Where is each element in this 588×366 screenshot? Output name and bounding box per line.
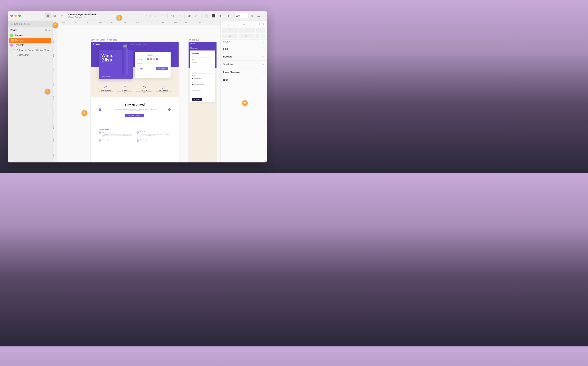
- distribute-icon[interactable]: ≡: [159, 13, 166, 19]
- avatar: [137, 139, 139, 142]
- add-to-cart-button: ADD TO CART: [156, 67, 168, 70]
- payment-section-title: Payment: [192, 86, 213, 88]
- align-center-h-icon[interactable]: ⫝: [226, 22, 230, 26]
- nav-item: Personalise: [129, 44, 134, 45]
- nav-item: Mission: [143, 44, 146, 45]
- toolbar: ＋⌄ Demo - Hydrate Website Cloud Document…: [58, 13, 264, 19]
- align-top-icon[interactable]: ⊤: [234, 22, 238, 26]
- checkout-field: 123 The Lane: [192, 61, 213, 64]
- style-section-fills[interactable]: Fills＋: [221, 45, 267, 53]
- explore-button: EXPLORE ALL FEATURES: [125, 114, 144, 117]
- colour-swatch: [150, 58, 152, 60]
- symbol-tool-icon[interactable]: ✧: [176, 13, 183, 19]
- delivery-label: Standard Delivery - 2 to 4 bus: [194, 82, 204, 84]
- page-label: Design: [15, 39, 23, 42]
- union-tool-icon[interactable]: ⬜: [203, 13, 210, 19]
- artboard-product-detail[interactable]: 1 Product Detail - Winter Bliss 💧Hydrate…: [91, 42, 179, 162]
- group-tool-icon[interactable]: ⧉: [169, 13, 176, 19]
- canvas[interactable]: 1 Product Detail - Winter Bliss 💧Hydrate…: [57, 25, 220, 162]
- intersect-tool-icon[interactable]: ◧: [218, 13, 224, 19]
- horizontal-ruler: -400-20002004006008001,0001,2001,4001,60…: [57, 21, 220, 25]
- search-placeholder: Search Layers: [14, 23, 30, 25]
- mask-tool-icon[interactable]: ◑: [186, 13, 193, 19]
- layer-item[interactable]: ›2 Checkout: [8, 53, 53, 57]
- checkout-field: Townsbridge: [192, 68, 213, 70]
- chevron-right-icon[interactable]: ›: [10, 49, 11, 51]
- add-style-icon[interactable]: ＋: [262, 78, 264, 82]
- w-field[interactable]: W: [222, 34, 237, 38]
- feature-icon: [162, 86, 165, 89]
- checkout-card: Billing address JohnSmith123 The LaneAdd…: [190, 51, 215, 102]
- review-body: I love both the look and the quality of …: [102, 134, 133, 137]
- checkout-field: Smith: [192, 58, 213, 61]
- align-bottom-icon[interactable]: ⊥: [242, 22, 246, 26]
- align-middle-icon[interactable]: ⫠: [238, 22, 242, 26]
- preview-icon[interactable]: ▷: [249, 13, 256, 19]
- page-item-symbols[interactable]: Symbols: [8, 43, 53, 47]
- chevron-right-icon[interactable]: ›: [10, 54, 11, 56]
- ruler-tick: 200: [99, 22, 102, 23]
- page-label: Preview: [15, 34, 23, 37]
- cloud-icon[interactable]: ☁⌄: [257, 13, 263, 19]
- y-field[interactable]: Y: [239, 28, 255, 32]
- style-section-shadows[interactable]: Shadows＋: [221, 61, 267, 69]
- style-section-label: Borders: [223, 55, 232, 58]
- colour-swatch: [156, 58, 158, 60]
- add-style-icon[interactable]: ＋: [262, 63, 264, 66]
- add-page-icon[interactable]: ⊕: [45, 29, 47, 31]
- search-icon: 🔍: [10, 23, 13, 25]
- rotation-field[interactable]: °: [256, 28, 265, 32]
- distribute-v-icon[interactable]: ↕: [258, 22, 261, 26]
- zoom-select[interactable]: 31% ⌄: [235, 13, 249, 18]
- components-view-button[interactable]: ▦: [52, 13, 58, 18]
- search-layers-input[interactable]: 🔍 Search Layers: [8, 21, 53, 27]
- ship-same-label: Ship to same address?: [194, 78, 202, 79]
- checkout-field: AB12 3CD: [192, 74, 213, 77]
- align-left-icon[interactable]: ⫞: [222, 22, 226, 26]
- maximize-window-button[interactable]: [18, 15, 21, 17]
- shape-tool-icon[interactable]: ◇: [142, 13, 149, 19]
- add-style-icon[interactable]: ＋: [262, 47, 264, 51]
- scale-tool-icon[interactable]: ⤢⌄: [193, 13, 200, 19]
- style-header: STYLE ⌄: [221, 39, 267, 45]
- chevron-down-icon[interactable]: ⌄: [263, 41, 265, 43]
- insert-tool[interactable]: ＋⌄: [60, 13, 66, 19]
- checkout-field: Address Line 2: [192, 64, 213, 67]
- style-section-blur[interactable]: Blur＋: [221, 76, 267, 84]
- collapse-pages-icon[interactable]: ⌄: [48, 29, 50, 31]
- h-field[interactable]: H: [239, 34, 254, 38]
- difference-tool-icon[interactable]: ◨: [225, 13, 231, 19]
- tidy-icon[interactable]: ⊞: [262, 22, 265, 26]
- flip-h-icon[interactable]: ⟷: [255, 34, 260, 38]
- delivery-option: Express Tracked Delivery - 1 t: [192, 84, 213, 85]
- document-title-block: Demo - Hydrate Website Cloud Document: [68, 13, 98, 18]
- style-section-borders[interactable]: Borders＋: [221, 53, 267, 61]
- add-style-icon[interactable]: ＋: [262, 55, 264, 59]
- align-right-icon[interactable]: ⫟: [230, 22, 234, 26]
- page-item-design[interactable]: Design: [9, 38, 51, 43]
- subtract-tool-icon[interactable]: ⬛: [210, 13, 217, 19]
- x-field[interactable]: X: [222, 28, 238, 32]
- ruler-tick: 400: [53, 54, 54, 57]
- ruler-tick: 0: [87, 22, 88, 23]
- quantity-stepper: − 1 +: [147, 62, 155, 64]
- artboard-checkout[interactable]: 2 Checkout 💧Hydrate Checkout Billing add…: [188, 42, 217, 162]
- ship-same-checkbox: ✓ Ship to same address?: [192, 78, 213, 79]
- add-style-icon[interactable]: ＋: [262, 70, 264, 74]
- capacity-option-1: 260 ML: [147, 54, 153, 56]
- layers-view-button[interactable]: ▭: [45, 13, 51, 18]
- flip-v-icon[interactable]: ↕: [261, 34, 265, 38]
- bottle-image: [122, 45, 128, 77]
- style-section-inner-shadows[interactable]: Inner Shadows＋: [221, 69, 267, 76]
- layer-item[interactable]: ›1 Product Detail - Winter Bliss: [8, 48, 53, 53]
- align-top-icon[interactable]: ⟂: [152, 13, 159, 19]
- titlebar: ▭ ▦ ＋⌄ Demo - Hydrate Website Cloud Docu…: [8, 11, 267, 21]
- avatar: [137, 131, 139, 134]
- mock-nav: ShopPersonaliseCorporateMission: [125, 44, 146, 45]
- page-item-preview[interactable]: Preview: [8, 33, 53, 38]
- distribute-h-icon[interactable]: ↔: [254, 22, 257, 26]
- minimize-window-button[interactable]: [14, 15, 17, 17]
- close-window-button[interactable]: [10, 15, 13, 17]
- review-item: Emelda ScandrootDallasI love this beauti…: [137, 131, 171, 137]
- checkout-title: Checkout: [190, 47, 215, 49]
